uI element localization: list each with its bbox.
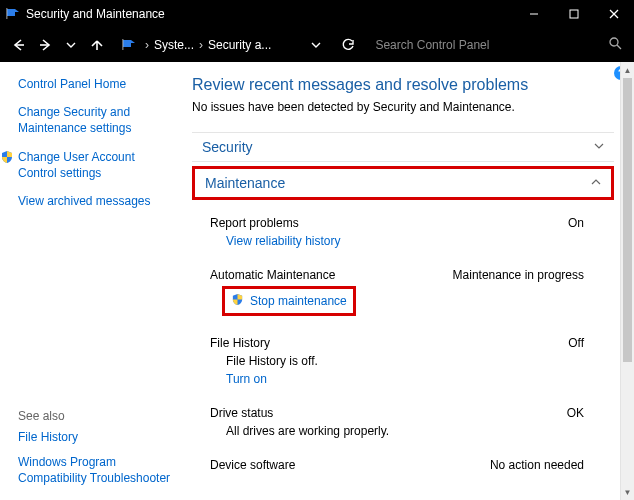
- scroll-thumb[interactable]: [623, 78, 632, 362]
- recent-locations-button[interactable]: [58, 32, 84, 58]
- chevron-right-icon: ›: [142, 38, 152, 52]
- sidebar-file-history[interactable]: File History: [18, 429, 176, 445]
- chevron-up-icon: [591, 177, 601, 189]
- refresh-button[interactable]: [335, 32, 361, 58]
- svg-rect-0: [7, 8, 8, 19]
- navbar: › Syste... › Security a...: [0, 28, 634, 62]
- scroll-down-button[interactable]: ▼: [621, 484, 634, 500]
- see-also-heading: See also: [18, 409, 176, 423]
- address-bar[interactable]: › Syste... › Security a...: [118, 32, 329, 58]
- page-subtitle: No issues have been detected by Security…: [192, 100, 614, 114]
- row-value: On: [568, 216, 584, 230]
- search-input[interactable]: [371, 33, 628, 57]
- content-pane: ? Review recent messages and resolve pro…: [186, 62, 634, 500]
- row-value: Off: [568, 336, 584, 350]
- chevron-down-icon: [594, 141, 604, 153]
- section-label: Security: [202, 139, 253, 155]
- section-label: Maintenance: [205, 175, 285, 191]
- breadcrumb-system[interactable]: Syste...: [152, 38, 196, 52]
- row-value: OK: [567, 406, 584, 420]
- vertical-scrollbar[interactable]: ▲ ▼: [620, 62, 634, 500]
- address-dropdown-button[interactable]: [303, 32, 329, 58]
- row-value: No action needed: [490, 458, 584, 472]
- row-sub: File History is off.: [210, 354, 614, 368]
- link-view-reliability-history[interactable]: View reliability history: [210, 234, 614, 248]
- row-sub: All drives are working properly.: [210, 424, 614, 438]
- back-button[interactable]: [6, 32, 32, 58]
- minimize-button[interactable]: [514, 0, 554, 28]
- item-file-history: File History Off File History is off. Tu…: [192, 324, 614, 394]
- section-maintenance-header[interactable]: Maintenance: [192, 166, 614, 200]
- window-title: Security and Maintenance: [26, 7, 165, 21]
- chevron-right-icon: ›: [196, 38, 206, 52]
- scroll-track[interactable]: [621, 78, 634, 484]
- svg-point-8: [610, 38, 618, 46]
- row-label: File History: [210, 336, 270, 350]
- search-icon[interactable]: [609, 37, 622, 53]
- uac-shield-icon: [231, 293, 244, 309]
- row-label: Drive status: [210, 406, 273, 420]
- forward-button[interactable]: [32, 32, 58, 58]
- up-button[interactable]: [84, 32, 110, 58]
- row-label: Device software: [210, 458, 295, 472]
- sidebar: Control Panel Home Change Security and M…: [0, 62, 186, 500]
- close-button[interactable]: [594, 0, 634, 28]
- svg-rect-7: [123, 39, 124, 50]
- section-security-header[interactable]: Security: [192, 132, 614, 162]
- item-report-problems: Report problems On View reliability hist…: [192, 204, 614, 256]
- sidebar-view-archived[interactable]: View archived messages: [18, 193, 176, 209]
- item-drive-status: Drive status OK All drives are working p…: [192, 394, 614, 446]
- uac-shield-icon: [0, 150, 14, 168]
- sidebar-item-label: Change User Account Control settings: [18, 150, 135, 180]
- sidebar-wpct[interactable]: Windows Program Compatibility Troublesho…: [18, 454, 176, 486]
- svg-rect-2: [570, 10, 578, 18]
- search-box[interactable]: [371, 33, 628, 57]
- titlebar: Security and Maintenance: [0, 0, 634, 28]
- security-flag-icon: [122, 38, 136, 52]
- item-automatic-maintenance: Automatic Maintenance Maintenance in pro…: [192, 256, 614, 324]
- page-title: Review recent messages and resolve probl…: [192, 76, 614, 94]
- security-flag-icon: [6, 7, 20, 21]
- svg-line-9: [617, 45, 621, 49]
- sidebar-control-panel-home[interactable]: Control Panel Home: [18, 76, 176, 92]
- scroll-up-button[interactable]: ▲: [621, 62, 634, 78]
- maximize-button[interactable]: [554, 0, 594, 28]
- link-turn-on-file-history[interactable]: Turn on: [210, 372, 614, 386]
- link-label: Stop maintenance: [250, 294, 347, 308]
- breadcrumb-security[interactable]: Security a...: [206, 38, 273, 52]
- link-stop-maintenance[interactable]: Stop maintenance: [222, 286, 356, 316]
- sidebar-change-security-settings[interactable]: Change Security and Maintenance settings: [18, 104, 176, 136]
- item-device-software: Device software No action needed: [192, 446, 614, 480]
- row-label: Report problems: [210, 216, 299, 230]
- sidebar-change-uac-settings[interactable]: Change User Account Control settings: [18, 149, 176, 181]
- row-label: Automatic Maintenance: [210, 268, 335, 282]
- row-value: Maintenance in progress: [453, 268, 584, 282]
